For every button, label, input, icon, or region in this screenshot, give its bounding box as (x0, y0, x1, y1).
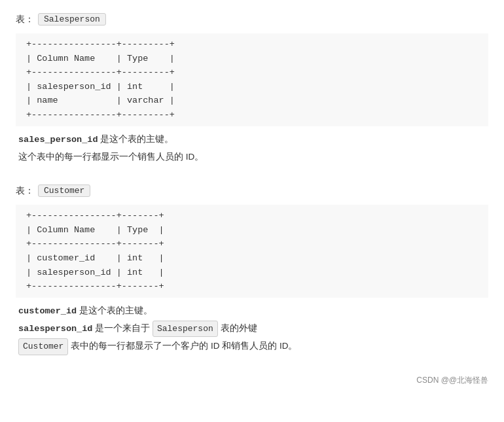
label-prefix-1: 表： (16, 14, 34, 26)
desc-line-3: customer_id 是这个表的主键。 (18, 303, 488, 319)
label-prefix-2: 表： (16, 185, 34, 197)
customer-badge: Customer (18, 338, 68, 355)
bold-sales-person-id: sales_person_id (18, 135, 98, 145)
table-name-badge-salesperson: Salesperson (38, 13, 106, 26)
table-label-salesperson: 表： Salesperson (16, 13, 488, 26)
bold-customer-id: customer_id (18, 306, 77, 316)
bold-salesperson-id: salesperson_id (18, 324, 92, 334)
desc-line-2: 这个表中的每一行都显示一个销售人员的 ID。 (18, 149, 488, 165)
watermark: CSDN @@北海怪兽 (16, 375, 488, 386)
table-label-customer: 表： Customer (16, 185, 488, 197)
desc-line-1: sales_person_id 是这个表的主键。 (18, 132, 488, 148)
description-salesperson: sales_person_id 是这个表的主键。 这个表中的每一行都显示一个销售… (18, 132, 488, 166)
section-customer: 表： Customer +----------------+-------+ |… (16, 185, 488, 355)
desc-line-5: Customer 表中的每一行都显示了一个客户的 ID 和销售人员的 ID。 (18, 338, 488, 355)
desc-line-4: salesperson_id 是一个来自于 Salesperson 表的外键 (18, 321, 488, 337)
table-ascii-customer: +----------------+-------+ | Column Name… (16, 205, 488, 298)
table-name-badge-customer: Customer (38, 185, 90, 197)
page-content: 表： Salesperson +----------------+-------… (16, 13, 488, 386)
table-ascii-salesperson: +----------------+---------+ | Column Na… (16, 33, 488, 126)
section-salesperson: 表： Salesperson +----------------+-------… (16, 13, 488, 165)
salesperson-badge: Salesperson (153, 321, 218, 337)
description-customer: customer_id 是这个表的主键。 salesperson_id 是一个来… (18, 303, 488, 355)
